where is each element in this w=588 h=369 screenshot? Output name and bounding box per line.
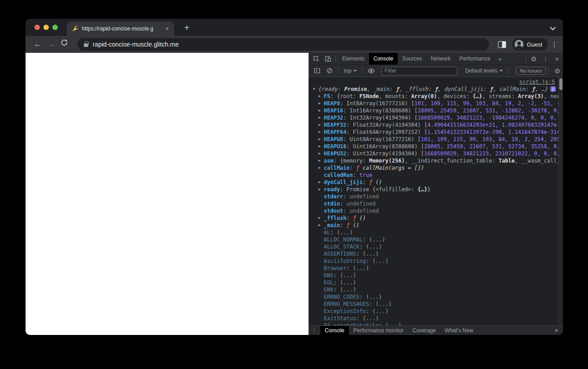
inspect-element-icon[interactable] [310, 53, 322, 64]
side-panel-icon[interactable] [498, 41, 506, 48]
disclosure-arrow-icon[interactable]: ▶ [318, 186, 324, 193]
devtools-close-icon[interactable]: × [551, 53, 563, 64]
new-tab-button[interactable]: + [180, 22, 193, 34]
device-toolbar-icon[interactable] [322, 53, 334, 64]
disclosure-arrow-icon[interactable]: ▶ [318, 179, 324, 186]
no-issues-button[interactable]: No Issues [516, 67, 546, 75]
tab-close-icon[interactable]: × [163, 25, 171, 32]
browser-menu-icon[interactable]: ⋮ [550, 40, 558, 48]
disclosure-arrow-icon[interactable]: ▶ [318, 136, 324, 143]
console-messages: script.js:5 ▼{ready: Promise, _main: ƒ, … [309, 77, 558, 326]
value-segment: undefined [350, 193, 379, 200]
disclosure-arrow-icon[interactable]: ▶ [318, 150, 324, 157]
source-link[interactable]: script.js:5 [519, 79, 555, 85]
disclosure-arrow-icon[interactable]: ▶ [318, 129, 324, 136]
console-row[interactable]: ▶asm: {memory: Memory(256), __indirect_f… [309, 157, 558, 164]
drawer-tab-what-s-new[interactable]: What's New [440, 326, 478, 335]
tab-elements[interactable]: Elements [338, 53, 369, 64]
devtools-menu-icon[interactable]: ⋮ [540, 53, 551, 64]
disclosure-arrow-icon[interactable]: ▶ [318, 157, 324, 164]
disclosure-arrow-icon[interactable]: ▶ [318, 93, 324, 100]
console-row[interactable]: ▶HEAPU16: Uint16Array(8388608) [28005, 2… [309, 143, 558, 150]
tab-console[interactable]: Console [369, 53, 398, 64]
value-segment: 1668509029, 34821223, -1984246274, 0, 0,… [418, 114, 558, 121]
back-button[interactable]: ← [32, 39, 43, 50]
console-row: AL: (...) [309, 229, 558, 236]
value-segment: 1668509029, 34821223, 2310721022, 0, 0, … [424, 150, 558, 157]
console-row[interactable]: ▼{ready: Promise, _main: ƒ, _fflush: ƒ, … [309, 86, 558, 93]
console-row[interactable]: ▶HEAP8: Int8Array(16777216) [101, 109, 1… [309, 100, 558, 107]
console-row[interactable]: ▶_fflush: ƒ () [309, 215, 558, 222]
tab-sources[interactable]: Sources [398, 53, 426, 64]
minimize-window-button[interactable] [43, 25, 49, 30]
divider [526, 55, 526, 62]
value-segment: (...) [340, 279, 356, 286]
console-row: AsciiToString: (...) [309, 257, 558, 265]
disclosure-arrow-icon[interactable]: ▶ [318, 121, 324, 129]
clear-console-icon[interactable] [324, 65, 335, 77]
disclosure-arrow-icon[interactable]: ▶ [318, 107, 324, 114]
console-row[interactable]: ▶HEAPF64: Float64Array(2097152) [1.15454… [309, 129, 558, 136]
address-bar[interactable]: rapid-concise-muscle.glitch.me [77, 38, 489, 51]
context-selector[interactable]: top [341, 68, 360, 74]
value-segment: , callMain: [493, 86, 532, 93]
value-segment: Promise {<fulfilled>: [347, 186, 418, 193]
lock-icon[interactable] [84, 43, 88, 47]
console-row[interactable]: ▶ready: Promise {<fulfilled>: {…}} [309, 186, 558, 193]
chevron-down-icon[interactable] [550, 25, 555, 30]
console-row[interactable]: ▶dynCall_jiji: ƒ () [309, 179, 558, 186]
disclosure-arrow-icon[interactable]: ▶ [318, 215, 324, 222]
drawer-tab-console[interactable]: Console [320, 326, 349, 335]
scrollbar-thumb[interactable] [559, 78, 562, 90]
disclosure-arrow-icon[interactable]: ▶ [318, 143, 324, 150]
close-window-button[interactable] [34, 25, 40, 30]
disclosure-arrow-icon[interactable]: ▼ [313, 86, 318, 93]
console-row[interactable]: ▶HEAP16: Int16Array(8388608) [28005, 254… [309, 107, 558, 114]
value-segment: , _main: [367, 86, 396, 93]
value-segment: 101, 109, 115, 99, 103, 84, 19, 2, 254, … [421, 136, 558, 143]
drawer-tab-coverage[interactable]: Coverage [408, 326, 440, 335]
maximize-window-button[interactable] [52, 25, 58, 30]
console-sidebar-toggle-icon[interactable] [311, 65, 323, 77]
console-row[interactable]: ▶HEAP32: Int32Array(4194304) [1668509029… [309, 114, 558, 121]
disclosure-arrow-icon[interactable]: ▶ [318, 100, 324, 107]
value-segment: 4.490441516634203e+21, 1.08240766329147e… [427, 121, 558, 129]
console-row[interactable]: ▶callMain: ƒ callMain(args = []) [309, 164, 558, 172]
url-text[interactable]: rapid-concise-muscle.glitch.me [93, 41, 179, 48]
devtools-drawer: ⋮ ConsolePerformance monitorCoverageWhat… [309, 326, 563, 335]
console-row: calledRun: true [309, 172, 558, 179]
drawer-tab-performance-monitor[interactable]: Performance monitor [349, 326, 408, 335]
console-row: stdin: undefined [309, 200, 558, 207]
value-segment: ƒ [490, 86, 493, 93]
console-row[interactable]: ▶_main: ƒ () [309, 222, 558, 229]
property-name: Browser [324, 265, 347, 272]
live-expression-eye-icon[interactable] [365, 65, 377, 77]
log-levels-dropdown[interactable]: Default levels [463, 68, 506, 74]
info-icon[interactable]: i [550, 86, 556, 92]
drawer-menu-icon[interactable]: ⋮ [309, 327, 320, 334]
disclosure-arrow-icon[interactable]: ▶ [318, 114, 324, 121]
console-row[interactable]: ▶HEAPF32: Float32Array(4194304) [4.49044… [309, 121, 558, 129]
reload-button[interactable] [60, 39, 72, 50]
forward-button[interactable]: → [46, 39, 58, 50]
property-name: ALLOC_STACK [324, 243, 359, 250]
value-segment: Float64Array(2097152) [ [353, 129, 427, 136]
console-scrollbar[interactable] [558, 77, 563, 326]
more-tabs-button[interactable]: » [495, 56, 505, 62]
page-viewport[interactable] [26, 53, 309, 335]
value-segment: Memory(256) [369, 157, 404, 164]
disclosure-arrow-icon[interactable]: ▶ [318, 222, 324, 229]
tab-performance[interactable]: Performance [455, 53, 495, 64]
drawer-close-icon[interactable]: × [550, 326, 563, 335]
divider [549, 67, 549, 74]
tab-network[interactable]: Network [426, 53, 455, 64]
console-row[interactable]: ▶HEAPU32: Uint32Array(4194304) [16685090… [309, 150, 558, 157]
console-row[interactable]: ▶HEAPU8: Uint8Array(16777216) [101, 109,… [309, 136, 558, 143]
disclosure-arrow-icon[interactable]: ▶ [318, 164, 324, 172]
profile-button[interactable]: Guest [512, 38, 548, 51]
filter-input[interactable] [382, 67, 457, 75]
devtools-settings-icon[interactable]: ⚙ [528, 53, 540, 64]
console-settings-icon[interactable]: ⚙ [552, 65, 563, 77]
console-row[interactable]: ▶FS: {root: FSNode, mounts: Array(0), de… [309, 93, 558, 100]
browser-tab[interactable]: https://rapid-concise-muscle.g × [67, 21, 174, 36]
